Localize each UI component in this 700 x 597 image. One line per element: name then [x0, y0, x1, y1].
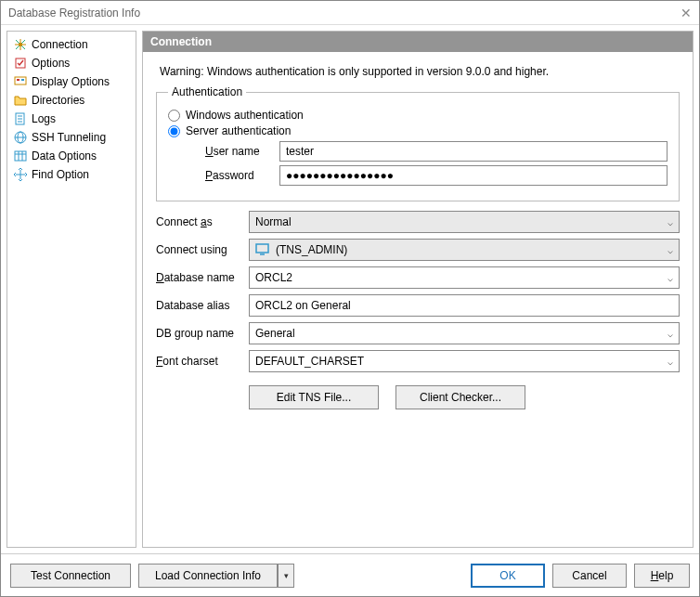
username-input[interactable] [279, 141, 668, 162]
font-charset-label: Font charset [156, 355, 249, 368]
cancel-button[interactable]: Cancel [552, 564, 627, 588]
connect-as-label: Connect as [156, 215, 249, 228]
auth-legend: Authentication [168, 85, 246, 98]
dialog-footer: Test Connection Load Connection Info ▾ O… [1, 553, 699, 596]
sidebar-item-directories[interactable]: Directories [9, 91, 134, 110]
data-icon [13, 149, 28, 163]
sidebar-item-label: Logs [32, 112, 56, 125]
test-connection-button[interactable]: Test Connection [10, 564, 131, 588]
monitor-icon [255, 242, 270, 257]
connection-icon [13, 37, 28, 52]
load-connection-button[interactable]: Load Connection Info [138, 564, 278, 588]
warning-text: Warning: Windows authentication is only … [160, 65, 680, 78]
sidebar: Connection Options Display Options Direc… [6, 31, 136, 548]
chevron-down-icon: ⌵ [668, 329, 673, 339]
sidebar-item-label: Directories [32, 94, 84, 107]
find-icon [13, 167, 28, 182]
sidebar-item-ssh[interactable]: SSH Tunneling [9, 128, 134, 147]
svg-rect-6 [15, 77, 26, 84]
database-alias-label: Database alias [156, 299, 249, 312]
options-icon [13, 56, 28, 71]
chevron-down-icon: ⌵ [668, 245, 673, 255]
main-panel: Connection Warning: Windows authenticati… [142, 31, 694, 548]
logs-icon [13, 111, 28, 126]
connect-using-label: Connect using [156, 243, 249, 256]
radio-windows-auth-row[interactable]: Windows authentication [168, 109, 668, 122]
database-alias-input[interactable]: ORCL2 on General [249, 294, 680, 317]
edit-tns-button[interactable]: Edit TNS File... [249, 385, 379, 409]
auth-fieldset: Authentication Windows authentication Se… [156, 85, 680, 201]
sidebar-item-logs[interactable]: Logs [9, 110, 134, 128]
svg-rect-7 [17, 79, 19, 81]
svg-point-4 [19, 43, 22, 46]
close-icon[interactable]: ✕ [681, 6, 692, 20]
titlebar: Database Registration Info ✕ [1, 1, 699, 25]
chevron-down-icon: ⌵ [668, 273, 673, 283]
db-group-combo[interactable]: General ⌵ [249, 322, 680, 344]
sidebar-item-label: Display Options [32, 75, 110, 88]
content-area: Warning: Windows authentication is only … [143, 52, 693, 419]
connect-as-combo[interactable]: Normal ⌵ [249, 211, 680, 233]
radio-windows-auth[interactable] [168, 110, 180, 122]
sidebar-item-find[interactable]: Find Option [9, 165, 134, 184]
sidebar-item-options[interactable]: Options [9, 54, 134, 72]
ok-button[interactable]: OK [471, 564, 545, 588]
help-button[interactable]: Help [634, 564, 690, 588]
database-name-combo[interactable]: ORCL2 ⌵ [249, 266, 680, 289]
folder-icon [13, 93, 28, 108]
sidebar-item-label: Data Options [32, 149, 97, 162]
sidebar-item-label: SSH Tunneling [32, 131, 106, 144]
password-input[interactable] [279, 165, 668, 186]
sidebar-item-label: Connection [32, 38, 88, 51]
sidebar-item-data-options[interactable]: Data Options [9, 147, 134, 165]
globe-icon [13, 130, 28, 145]
sidebar-item-display-options[interactable]: Display Options [9, 72, 134, 91]
sidebar-item-label: Find Option [32, 168, 89, 181]
password-label: Password [168, 169, 279, 182]
svg-rect-16 [15, 151, 26, 161]
database-name-label: Database name [156, 271, 249, 284]
db-group-label: DB group name [156, 327, 249, 340]
dialog-body: Connection Options Display Options Direc… [1, 25, 699, 553]
radio-server-label: Server authentication [186, 124, 291, 137]
connect-using-combo[interactable]: (TNS_ADMIN) ⌵ [249, 239, 680, 261]
sidebar-item-label: Options [32, 57, 70, 70]
section-header: Connection [143, 32, 693, 52]
svg-rect-8 [21, 79, 24, 81]
client-checker-button[interactable]: Client Checker... [395, 385, 525, 409]
dialog-window: Database Registration Info ✕ Connection … [0, 0, 700, 597]
display-options-icon [13, 74, 28, 89]
svg-rect-22 [256, 244, 268, 253]
radio-server-auth-row[interactable]: Server authentication [168, 124, 668, 137]
username-label: User name [168, 145, 279, 158]
sidebar-item-connection[interactable]: Connection [9, 35, 134, 54]
radio-server-auth[interactable] [168, 125, 180, 137]
radio-windows-label: Windows authentication [186, 109, 304, 122]
chevron-down-icon: ⌵ [668, 357, 673, 367]
chevron-down-icon: ⌵ [668, 217, 673, 227]
load-connection-dropdown[interactable]: ▾ [278, 564, 294, 588]
window-title: Database Registration Info [8, 6, 681, 19]
font-charset-combo[interactable]: DEFAULT_CHARSET ⌵ [249, 350, 680, 372]
